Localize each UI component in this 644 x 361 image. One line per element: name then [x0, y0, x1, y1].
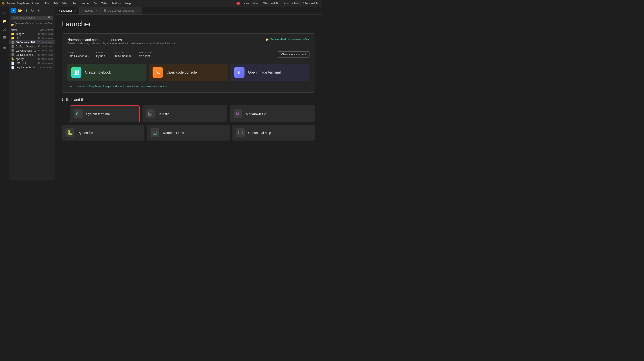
create-notebook-card[interactable]: Create notebook: [68, 64, 146, 81]
notebook-jobs-icon: [150, 128, 159, 137]
git-button[interactable]: ✦: [36, 8, 41, 13]
python-file-card[interactable]: 🐍 Python file: [62, 125, 144, 141]
file-modified: 10 minutes ago: [38, 62, 53, 64]
menu-help[interactable]: Help: [124, 2, 132, 6]
open-image-terminal-card[interactable]: $ Open image terminal: [230, 64, 310, 81]
menu-settings[interactable]: Settings: [110, 2, 122, 6]
search-input[interactable]: [13, 16, 48, 19]
menu-kernel[interactable]: Kernel: [80, 2, 91, 6]
file-name: 01-Text_Generation_&_...: [16, 45, 37, 48]
env-startup: Start-up script No script: [138, 51, 154, 58]
list-item[interactable]: 📓 03_Documents_powere... 10 minutes ago: [9, 53, 55, 57]
change-environment-button[interactable]: Change environment: [278, 51, 310, 58]
menu-view[interactable]: View: [60, 2, 70, 6]
svg-text:$: $: [238, 70, 240, 75]
action-grid: Create notebook Open code console: [68, 64, 310, 81]
file-name: LICENSE: [16, 62, 37, 65]
upload-file-button[interactable]: ⬆: [24, 8, 29, 13]
menu-git[interactable]: Git: [92, 2, 99, 6]
file-list: 📁 images 10 minutes ago 📁 utils 10 minut…: [9, 32, 55, 181]
tab-bedrock-notebook[interactable]: 📓 00-Bedrock_101.ipynb ×: [101, 7, 142, 15]
menu-bar: ⚙ Amazon SageMaker Studio File Edit View…: [0, 0, 322, 7]
column-name[interactable]: Name: [11, 29, 40, 31]
tab-launcher-close[interactable]: ×: [73, 9, 77, 13]
refresh-button[interactable]: ↻: [30, 8, 35, 13]
activity-git-icon[interactable]: ⎇: [1, 26, 8, 33]
file-name: app.py: [16, 58, 37, 61]
activity-extensions-icon[interactable]: ⊕: [1, 44, 8, 51]
tab-notebook-close[interactable]: ×: [136, 9, 139, 13]
contextual-help-card[interactable]: Contextual help: [232, 125, 315, 141]
menu-tabs[interactable]: Tabs: [100, 2, 109, 6]
kernel-value: Python 3: [96, 54, 107, 58]
breadcrumb-path: / Amazon-Bedrock-Immersion-Day /: [15, 22, 53, 27]
system-terminal-label: System terminal: [86, 112, 110, 116]
menu-run[interactable]: Run: [71, 2, 79, 6]
notification-badge[interactable]: 1: [236, 2, 240, 5]
text-file-icon: [146, 109, 155, 118]
tab-launcher[interactable]: ⬡ Launcher ×: [55, 7, 80, 15]
list-item[interactable]: 🐍 app.py 10 minutes ago: [9, 57, 55, 61]
tab-notebook-label: 00-Bedrock_101.ipynb: [108, 9, 134, 12]
env-instance: Instance ml.t3.medium: [114, 51, 132, 58]
activity-home-icon[interactable]: ⌂: [1, 9, 8, 16]
list-item[interactable]: 📓 01-Text_Generation_&_... 10 minutes ag…: [9, 44, 55, 49]
open-console-card[interactable]: Open code console: [149, 64, 228, 81]
file-modified: 10 minutes ago: [38, 58, 53, 60]
notebook-icon: 📓: [11, 45, 14, 48]
list-item[interactable]: 📓 02_Chat_with_Bedrock.i... 10 minutes a…: [9, 49, 55, 53]
notebook-jobs-card[interactable]: Notebook jobs: [147, 125, 230, 141]
tab-app-py[interactable]: ≡ app.py ×: [80, 7, 101, 15]
activity-list-icon[interactable]: ☰: [1, 34, 8, 41]
file-name: utils: [16, 37, 37, 40]
image-label: Image: [68, 51, 89, 54]
column-modified: Last Modified: [40, 29, 53, 31]
activity-bar: ⌂ 📁 ⎇ ☰ ⊕: [0, 7, 9, 181]
svg-text:M: M: [236, 112, 239, 116]
notebook-jobs-label: Notebook jobs: [163, 131, 184, 135]
path-text: /Amazon-Bedrock-Immersion-Day: [270, 38, 310, 41]
launcher-title: Launcher: [62, 20, 315, 28]
text-file-card[interactable]: Text file: [142, 105, 228, 122]
list-item[interactable]: 📄 requirements.txt a minute ago: [9, 65, 55, 69]
file-name: 02_Chat_with_Bedrock.i...: [16, 49, 37, 52]
list-item[interactable]: 📄 LICENSE 10 minutes ago: [9, 61, 55, 65]
text-file-label: Text file: [158, 112, 170, 116]
list-item[interactable]: 📓 00-Bedrock_101.ipynb 3 minutes ago: [9, 40, 55, 44]
plus-icon: +: [13, 9, 14, 12]
menu-file[interactable]: File: [43, 2, 51, 6]
utilities-row-1: → $ System terminal: [62, 105, 315, 122]
user-info[interactable]: talhachattha-b1c / Personal St...: [242, 2, 280, 5]
new-button[interactable]: +: [10, 8, 16, 13]
file-modified: 10 minutes ago: [38, 37, 53, 39]
utilities-title: Utilities and files: [62, 98, 315, 102]
app-title: Amazon SageMaker Studio: [6, 2, 39, 5]
instance-value: ml.t3.medium: [114, 54, 132, 58]
tab-bar: ⬡ Launcher × ≡ app.py × 📓 00-Bedrock_101…: [55, 7, 322, 15]
file-modified: a minute ago: [40, 66, 53, 69]
contextual-help-label: Contextual help: [248, 131, 271, 135]
menu-edit[interactable]: Edit: [52, 2, 60, 6]
notebook-card-icon: [71, 67, 82, 78]
sidebar-toolbar: + 📂 ⬆ ↻ ✦: [9, 7, 55, 14]
user-label: talhachattha-b1c / Personal St...: [283, 2, 320, 5]
search-bar: 🔍: [11, 16, 53, 20]
section-title-group: Notebooks and compute resources Create n…: [68, 38, 176, 49]
list-item[interactable]: 📁 images 10 minutes ago: [9, 32, 55, 36]
utilities-row-2: 🐍 Python file Notebook jobs: [62, 125, 315, 141]
tab-apppy-close[interactable]: ×: [94, 9, 98, 13]
system-terminal-card[interactable]: $ System terminal: [70, 105, 140, 122]
upload-folder-button[interactable]: 📂: [17, 8, 22, 13]
learn-more-link[interactable]: Learn more about SageMaker images and ho…: [68, 85, 167, 88]
app-logo: ⚙: [2, 1, 5, 6]
breadcrumb: 📁 / Amazon-Bedrock-Immersion-Day /: [9, 21, 55, 28]
activity-files-icon[interactable]: 📁: [1, 17, 8, 25]
system-terminal-icon: $: [74, 109, 82, 118]
file-name: images: [16, 33, 37, 36]
markdown-file-card[interactable]: M Markdown file: [230, 105, 315, 122]
image-value: Data Science 3.0: [68, 54, 89, 58]
system-terminal-wrapper: → $ System terminal: [62, 105, 140, 122]
create-notebook-label: Create notebook: [85, 71, 111, 75]
list-item[interactable]: 📁 utils 10 minutes ago: [9, 36, 55, 40]
env-kernel: Kernel Python 3: [96, 51, 107, 58]
